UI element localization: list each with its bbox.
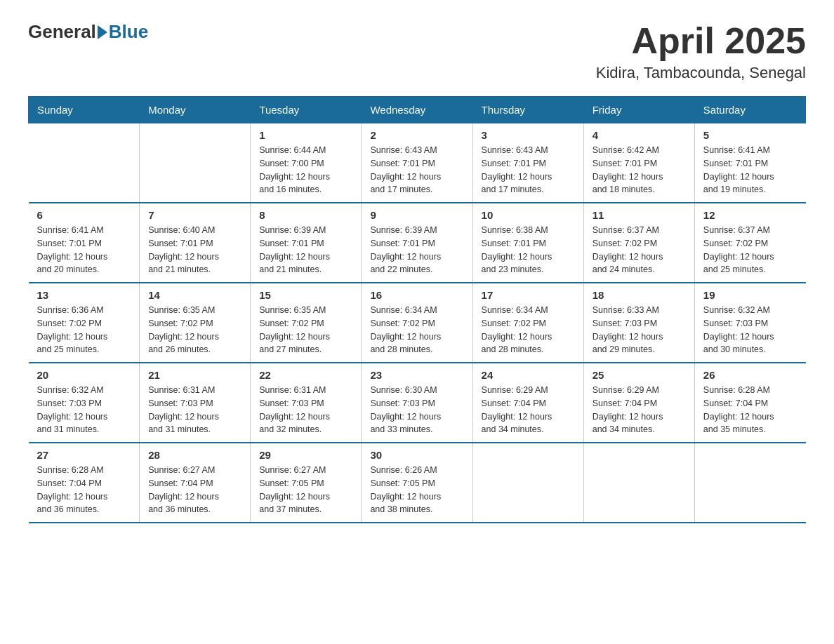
day-info: Sunrise: 6:30 AM Sunset: 7:03 PM Dayligh… [370,384,463,436]
weekday-header-monday: Monday [140,97,251,123]
location-title: Kidira, Tambacounda, Senegal [596,64,806,82]
calendar-cell: 24Sunrise: 6:29 AM Sunset: 7:04 PM Dayli… [472,363,583,443]
day-info: Sunrise: 6:34 AM Sunset: 7:02 PM Dayligh… [482,304,575,356]
day-info: Sunrise: 6:41 AM Sunset: 7:01 PM Dayligh… [703,144,797,196]
day-info: Sunrise: 6:31 AM Sunset: 7:03 PM Dayligh… [148,384,241,436]
week-row-1: 1Sunrise: 6:44 AM Sunset: 7:00 PM Daylig… [29,123,806,203]
week-row-4: 20Sunrise: 6:32 AM Sunset: 7:03 PM Dayli… [29,363,806,443]
day-number: 5 [703,129,797,141]
day-info: Sunrise: 6:37 AM Sunset: 7:02 PM Dayligh… [703,224,797,276]
day-number: 1 [259,129,352,141]
day-number: 19 [703,289,797,301]
day-info: Sunrise: 6:39 AM Sunset: 7:01 PM Dayligh… [259,224,352,276]
weekday-header-tuesday: Tuesday [251,97,362,123]
calendar-cell [583,443,694,523]
calendar-cell: 25Sunrise: 6:29 AM Sunset: 7:04 PM Dayli… [583,363,694,443]
day-info: Sunrise: 6:39 AM Sunset: 7:01 PM Dayligh… [370,224,463,276]
logo: General Blue [28,21,148,43]
day-info: Sunrise: 6:35 AM Sunset: 7:02 PM Dayligh… [148,304,241,356]
day-info: Sunrise: 6:32 AM Sunset: 7:03 PM Dayligh… [37,384,131,436]
calendar-cell: 17Sunrise: 6:34 AM Sunset: 7:02 PM Dayli… [472,283,583,363]
logo-general-text: General [28,21,96,43]
day-info: Sunrise: 6:35 AM Sunset: 7:02 PM Dayligh… [259,304,352,356]
calendar-cell [472,443,583,523]
day-info: Sunrise: 6:41 AM Sunset: 7:01 PM Dayligh… [37,224,131,276]
header: General Blue April 2025 Kidira, Tambacou… [28,21,806,82]
day-number: 8 [259,209,352,221]
day-info: Sunrise: 6:26 AM Sunset: 7:05 PM Dayligh… [370,464,463,516]
calendar-cell: 10Sunrise: 6:38 AM Sunset: 7:01 PM Dayli… [472,203,583,283]
day-number: 29 [259,449,352,461]
calendar-cell: 12Sunrise: 6:37 AM Sunset: 7:02 PM Dayli… [694,203,805,283]
weekday-header-thursday: Thursday [472,97,583,123]
day-number: 18 [593,289,686,301]
calendar-cell: 21Sunrise: 6:31 AM Sunset: 7:03 PM Dayli… [140,363,251,443]
day-number: 2 [370,129,463,141]
day-number: 16 [370,289,463,301]
calendar-cell: 7Sunrise: 6:40 AM Sunset: 7:01 PM Daylig… [140,203,251,283]
calendar-cell: 1Sunrise: 6:44 AM Sunset: 7:00 PM Daylig… [251,123,362,203]
day-number: 20 [37,369,131,381]
weekday-header-saturday: Saturday [694,97,805,123]
day-number: 26 [703,369,797,381]
day-info: Sunrise: 6:44 AM Sunset: 7:00 PM Dayligh… [259,144,352,196]
day-number: 3 [482,129,575,141]
calendar-cell: 23Sunrise: 6:30 AM Sunset: 7:03 PM Dayli… [362,363,472,443]
day-number: 10 [482,209,575,221]
day-number: 17 [482,289,575,301]
day-number: 9 [370,209,463,221]
calendar-cell: 11Sunrise: 6:37 AM Sunset: 7:02 PM Dayli… [583,203,694,283]
day-number: 6 [37,209,131,221]
day-info: Sunrise: 6:31 AM Sunset: 7:03 PM Dayligh… [259,384,352,436]
calendar-cell: 3Sunrise: 6:43 AM Sunset: 7:01 PM Daylig… [472,123,583,203]
weekday-header-sunday: Sunday [29,97,140,123]
calendar-cell: 4Sunrise: 6:42 AM Sunset: 7:01 PM Daylig… [583,123,694,203]
day-info: Sunrise: 6:27 AM Sunset: 7:04 PM Dayligh… [148,464,241,516]
calendar-cell [694,443,805,523]
calendar-cell: 29Sunrise: 6:27 AM Sunset: 7:05 PM Dayli… [251,443,362,523]
calendar-cell: 20Sunrise: 6:32 AM Sunset: 7:03 PM Dayli… [29,363,140,443]
calendar-cell: 15Sunrise: 6:35 AM Sunset: 7:02 PM Dayli… [251,283,362,363]
calendar-cell [29,123,140,203]
day-number: 23 [370,369,463,381]
calendar-cell: 28Sunrise: 6:27 AM Sunset: 7:04 PM Dayli… [140,443,251,523]
day-number: 28 [148,449,241,461]
day-info: Sunrise: 6:43 AM Sunset: 7:01 PM Dayligh… [482,144,575,196]
day-number: 24 [482,369,575,381]
day-number: 11 [593,209,686,221]
calendar-cell: 13Sunrise: 6:36 AM Sunset: 7:02 PM Dayli… [29,283,140,363]
logo-blue-text: Blue [109,21,148,43]
calendar-cell: 9Sunrise: 6:39 AM Sunset: 7:01 PM Daylig… [362,203,472,283]
title-section: April 2025 Kidira, Tambacounda, Senegal [596,21,806,82]
calendar-cell: 16Sunrise: 6:34 AM Sunset: 7:02 PM Dayli… [362,283,472,363]
day-info: Sunrise: 6:33 AM Sunset: 7:03 PM Dayligh… [593,304,686,356]
logo-container: General Blue [28,21,148,43]
day-info: Sunrise: 6:29 AM Sunset: 7:04 PM Dayligh… [482,384,575,436]
day-number: 13 [37,289,131,301]
day-info: Sunrise: 6:36 AM Sunset: 7:02 PM Dayligh… [37,304,131,356]
calendar-cell: 8Sunrise: 6:39 AM Sunset: 7:01 PM Daylig… [251,203,362,283]
calendar-cell: 30Sunrise: 6:26 AM Sunset: 7:05 PM Dayli… [362,443,472,523]
day-number: 21 [148,369,241,381]
month-title: April 2025 [596,21,806,61]
day-number: 4 [593,129,686,141]
day-number: 7 [148,209,241,221]
calendar-cell: 2Sunrise: 6:43 AM Sunset: 7:01 PM Daylig… [362,123,472,203]
day-info: Sunrise: 6:38 AM Sunset: 7:01 PM Dayligh… [482,224,575,276]
day-number: 14 [148,289,241,301]
week-row-5: 27Sunrise: 6:28 AM Sunset: 7:04 PM Dayli… [29,443,806,523]
day-number: 30 [370,449,463,461]
calendar-cell: 6Sunrise: 6:41 AM Sunset: 7:01 PM Daylig… [29,203,140,283]
day-number: 15 [259,289,352,301]
calendar-cell: 19Sunrise: 6:32 AM Sunset: 7:03 PM Dayli… [694,283,805,363]
day-info: Sunrise: 6:42 AM Sunset: 7:01 PM Dayligh… [593,144,686,196]
day-info: Sunrise: 6:40 AM Sunset: 7:01 PM Dayligh… [148,224,241,276]
day-info: Sunrise: 6:27 AM Sunset: 7:05 PM Dayligh… [259,464,352,516]
calendar-cell [140,123,251,203]
header-row: SundayMondayTuesdayWednesdayThursdayFrid… [29,97,806,123]
day-number: 22 [259,369,352,381]
calendar-cell: 14Sunrise: 6:35 AM Sunset: 7:02 PM Dayli… [140,283,251,363]
calendar-cell: 18Sunrise: 6:33 AM Sunset: 7:03 PM Dayli… [583,283,694,363]
week-row-2: 6Sunrise: 6:41 AM Sunset: 7:01 PM Daylig… [29,203,806,283]
day-info: Sunrise: 6:32 AM Sunset: 7:03 PM Dayligh… [703,304,797,356]
